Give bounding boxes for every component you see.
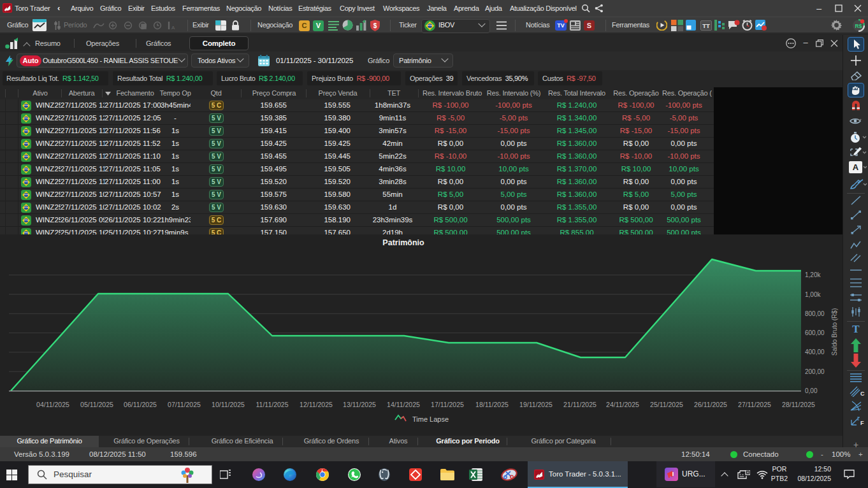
svg-text:27/11/2025: 27/11/2025 xyxy=(738,401,771,408)
svg-text:F: F xyxy=(860,420,864,426)
svg-text:25/11/2025: 25/11/2025 xyxy=(650,401,683,408)
svg-text:600,00: 600,00 xyxy=(805,329,825,336)
svg-text:Time Lapse: Time Lapse xyxy=(412,415,449,423)
svg-text:24/11/2025: 24/11/2025 xyxy=(606,401,639,408)
svg-text:05/11/2025: 05/11/2025 xyxy=(80,401,113,408)
svg-text:200,00: 200,00 xyxy=(805,368,825,375)
svg-text:A: A xyxy=(171,25,175,30)
svg-text:14/11/2025: 14/11/2025 xyxy=(387,401,420,408)
svg-text:1,00k: 1,00k xyxy=(805,291,821,298)
svg-text:R$: R$ xyxy=(855,23,862,29)
svg-text:06/11/2025: 06/11/2025 xyxy=(124,401,157,408)
svg-text:26/11/2025: 26/11/2025 xyxy=(694,401,727,408)
svg-text:C: C xyxy=(860,391,865,397)
svg-text:11/11/2025: 11/11/2025 xyxy=(256,401,289,408)
svg-text:0,00: 0,00 xyxy=(805,387,818,394)
svg-text:400,00: 400,00 xyxy=(805,348,825,355)
svg-text:1,20k: 1,20k xyxy=(805,271,821,278)
svg-text:19/11/2025: 19/11/2025 xyxy=(519,401,553,408)
svg-text:13/11/2025: 13/11/2025 xyxy=(343,401,376,408)
svg-text:21/11/2025: 21/11/2025 xyxy=(563,401,597,408)
svg-text:07/11/2025: 07/11/2025 xyxy=(168,401,201,408)
svg-text:28/11/2025: 28/11/2025 xyxy=(782,401,815,408)
svg-text:Saldo Bruto (R$): Saldo Bruto (R$) xyxy=(831,308,838,355)
svg-text:17/11/2025: 17/11/2025 xyxy=(431,401,464,408)
svg-text:Patrimônio: Patrimônio xyxy=(382,238,424,247)
svg-text:800,00: 800,00 xyxy=(805,310,825,317)
svg-text:04/11/2025: 04/11/2025 xyxy=(36,401,69,408)
svg-text:10/11/2025: 10/11/2025 xyxy=(212,401,245,408)
svg-text:$: $ xyxy=(373,22,377,29)
svg-text:12/11/2025: 12/11/2025 xyxy=(300,401,333,408)
svg-text:18/11/2025: 18/11/2025 xyxy=(475,401,509,408)
